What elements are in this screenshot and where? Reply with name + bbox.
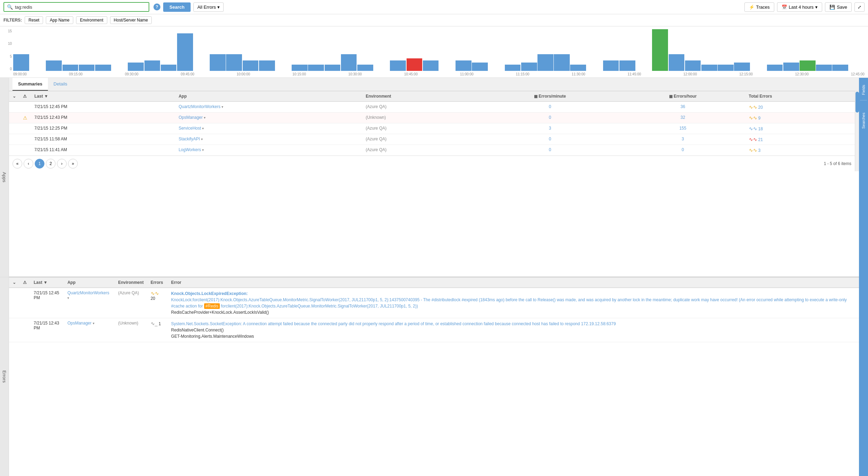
err-col-last[interactable]: Last ▼	[30, 278, 64, 288]
chart-bar-28[interactable]	[472, 63, 488, 71]
page-prev-button[interactable]: ‹	[24, 159, 33, 169]
err-row-warn	[19, 288, 30, 318]
err-row-app[interactable]: OpsManager ▾	[64, 318, 115, 342]
traces-button[interactable]: ⚡ Traces	[744, 2, 774, 12]
chart-bar-46[interactable]	[767, 65, 783, 71]
filter-reset-button[interactable]: Reset	[25, 16, 43, 24]
chart-bar-31[interactable]	[521, 63, 537, 71]
chart-bar-0[interactable]	[13, 54, 29, 71]
chart-bar-14[interactable]	[243, 60, 259, 71]
filter-hostserver-button[interactable]: Host/Server Name	[110, 16, 152, 24]
row-app[interactable]: ServiceHost ▾	[175, 123, 362, 134]
scrollbar-thumb[interactable]	[856, 92, 859, 113]
chart-bar-21[interactable]	[357, 65, 373, 71]
err-row-warn	[19, 318, 30, 342]
x-label-5: 10:15:00	[292, 72, 306, 76]
chart-bar-18[interactable]	[308, 65, 324, 71]
time-selector-button[interactable]: 📅 Last 4 hours ▾	[777, 2, 823, 12]
chart-bar-13[interactable]	[226, 54, 242, 71]
row-warn	[19, 145, 31, 156]
chart-bar-44[interactable]	[734, 63, 750, 71]
err-col-expand: ⌄	[9, 278, 19, 288]
x-label-10: 11:30:00	[572, 72, 585, 76]
chart-bar-19[interactable]	[325, 65, 341, 71]
chart-bar-23[interactable]	[390, 60, 406, 71]
err-row-expand	[9, 318, 19, 342]
expand-icon: ⤢	[858, 5, 861, 10]
tab-details[interactable]: Details	[48, 78, 73, 91]
chart-bar-4[interactable]	[79, 65, 95, 71]
chart-bar-33[interactable]	[554, 54, 570, 71]
chart-bar-25[interactable]	[423, 60, 439, 71]
chart-bar-3[interactable]	[62, 65, 78, 71]
filter-appname-button[interactable]: App Name	[46, 16, 73, 24]
chart-bar-37[interactable]	[619, 60, 635, 71]
row-app[interactable]: QuartzMonitorWorkers ▾	[175, 101, 362, 113]
expand-button[interactable]: ⤢	[854, 2, 865, 12]
filter-environment-button[interactable]: Environment	[76, 16, 107, 24]
page-2-button[interactable]: 2	[46, 159, 56, 169]
chart-bar-50[interactable]	[832, 65, 848, 71]
chart-bar-47[interactable]	[783, 63, 799, 71]
chart-bar-32[interactable]	[537, 54, 553, 71]
chart-bar-20[interactable]	[341, 54, 357, 71]
error-footer: RedisCacheProvider+KnockLock.AssertLockI…	[171, 310, 269, 315]
chart-bar-30[interactable]	[505, 65, 521, 71]
all-errors-label: All Errors	[197, 5, 216, 10]
all-errors-button[interactable]: All Errors ▾	[193, 2, 223, 12]
chart-bar-49[interactable]	[816, 65, 832, 71]
col-last[interactable]: Last ▼	[31, 91, 175, 102]
row-errors-hour: 32	[620, 113, 745, 123]
chart-bar-9[interactable]	[161, 65, 177, 71]
chart-bar-12[interactable]	[210, 54, 226, 71]
row-app[interactable]: OpsManager ▾	[175, 113, 362, 123]
table-header-row: ⌄ ⚠ Last ▼ App Environment ▦ Errors/minu…	[9, 91, 855, 102]
page-first-button[interactable]: «	[12, 159, 22, 169]
table-row: 7/21/15 12:25 PM ServiceHost ▾ (Azure QA…	[9, 123, 855, 134]
chart-bar-10[interactable]	[177, 33, 193, 71]
col-warn-icon: ⚠	[23, 94, 27, 99]
chart-bar-15[interactable]	[259, 60, 275, 71]
scrollbar[interactable]	[855, 91, 859, 171]
chart-bar-40[interactable]	[669, 54, 685, 71]
tab-summaries[interactable]: Summaries	[12, 78, 48, 91]
row-errors-min: 0	[479, 134, 620, 145]
sparkline-icon: ∿∿	[749, 115, 757, 121]
chart-bar-7[interactable]	[128, 63, 144, 71]
save-button[interactable]: 💾 Save	[825, 2, 852, 12]
chart-bar-27[interactable]	[456, 60, 471, 71]
chart-bar-39[interactable]	[652, 29, 668, 71]
fields-tab[interactable]: Fields	[860, 81, 867, 98]
chart-bar-42[interactable]	[701, 65, 717, 71]
chart-bar-17[interactable]	[292, 65, 308, 71]
chart-bar-34[interactable]	[570, 65, 586, 71]
col-errors-hour: ▦ Errors/hour	[620, 91, 745, 102]
chart-bar-43[interactable]	[718, 65, 734, 71]
search-button[interactable]: Search	[163, 2, 191, 12]
chart-bar-48[interactable]	[800, 60, 816, 71]
x-label-0: 09:00:00	[13, 72, 27, 76]
chart-bar-41[interactable]	[685, 60, 701, 71]
x-label-6: 10:30:00	[348, 72, 362, 76]
help-icon[interactable]: ?	[153, 3, 160, 10]
err-row-app[interactable]: QuartzMonitorWorkers ▾	[64, 288, 115, 318]
row-app[interactable]: StackifyAPI ▾	[175, 134, 362, 145]
searches-tab[interactable]: Searches	[860, 109, 867, 132]
search-input[interactable]	[15, 5, 146, 10]
page-next-button[interactable]: ›	[57, 159, 67, 169]
sparkline-icon: ∿∿	[749, 147, 757, 153]
x-label-7: 10:45:00	[404, 72, 418, 76]
chart-bar-8[interactable]	[144, 60, 160, 71]
row-app[interactable]: LogWorkers ▾	[175, 145, 362, 156]
chart-bar-5[interactable]	[95, 65, 111, 71]
right-controls: ⚡ Traces 📅 Last 4 hours ▾ 💾 Save ⤢	[744, 2, 865, 12]
page-1-button[interactable]: 1	[35, 159, 44, 169]
chart-bar-24[interactable]	[407, 58, 423, 71]
err-row-last: 7/21/15 12:43 PM	[30, 318, 64, 342]
page-last-button[interactable]: »	[68, 159, 78, 169]
x-label-14: 12:30:00	[795, 72, 809, 76]
row-errors-min: 0	[479, 101, 620, 113]
chart-bar-36[interactable]	[603, 60, 619, 71]
chart-bar-2[interactable]	[46, 60, 62, 71]
row-total: ∿∿ 20	[745, 101, 855, 113]
